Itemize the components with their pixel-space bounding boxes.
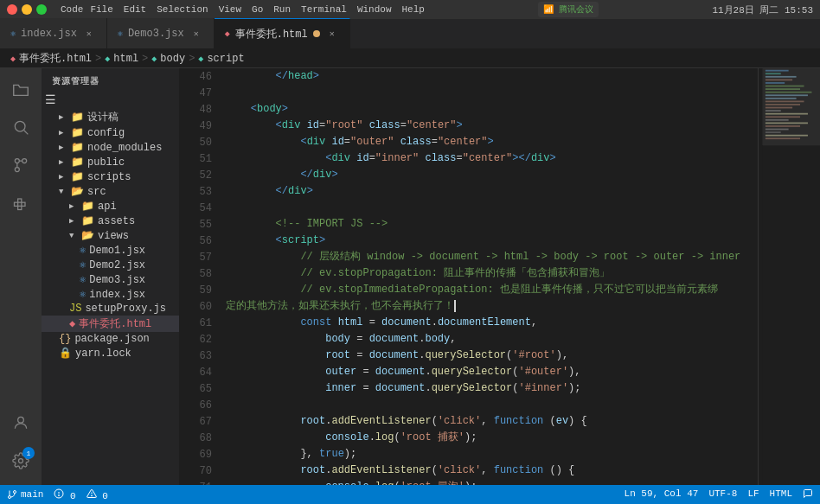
- sidebar-item-public[interactable]: ▶ 📁 public: [42, 155, 179, 169]
- titlebar-left: Code File Edit Selection View Go Run Ter…: [7, 4, 425, 15]
- sidebar-item-api[interactable]: ▶ 📁 api: [42, 199, 179, 214]
- sidebar-item-demo3[interactable]: ⚛ Demo3.jsx: [42, 272, 179, 287]
- activity-account[interactable]: [3, 405, 38, 440]
- menu-run[interactable]: Run: [273, 4, 291, 15]
- traffic-lights: [7, 4, 47, 15]
- sidebar-icon1[interactable]: ☰: [45, 93, 56, 107]
- sidebar-item-node-modules[interactable]: ▶ 📁 node_modules: [42, 140, 179, 155]
- maximize-button[interactable]: [36, 4, 47, 15]
- sidebar-item-package-json[interactable]: {} package.json: [42, 332, 179, 346]
- code-line-58: // ev.stopPropagation: 阻止事件的传播「包含捕获和冒泡」: [226, 265, 740, 282]
- status-cursor[interactable]: Ln 59, Col 47: [625, 488, 699, 501]
- line-num: 64: [183, 364, 212, 380]
- sidebar-item-assets[interactable]: ▶ 📁 assets: [42, 214, 179, 228]
- activity-settings[interactable]: 1: [3, 443, 38, 478]
- code-line-62: root = document.querySelector('#root'),: [226, 348, 740, 364]
- tab-label: Demo3.jsx: [128, 28, 184, 40]
- code-line-59: // ev.stopImmediatePropagation: 也是阻止事件传播…: [226, 282, 740, 315]
- activity-search[interactable]: [3, 110, 38, 144]
- tab-event-delegate[interactable]: ◆ 事件委托.html ✕: [215, 18, 350, 48]
- menu-go[interactable]: Go: [252, 4, 263, 15]
- status-feedback[interactable]: [803, 488, 813, 501]
- menu-selection[interactable]: Selection: [157, 4, 208, 15]
- sidebar-item-views[interactable]: ▼ 📂 views: [42, 228, 179, 243]
- warning-icon: [86, 488, 97, 499]
- folder-icon: 📁: [71, 126, 84, 139]
- svg-rect-35: [763, 68, 820, 145]
- code-line-51: <div id="inner" class="center"></div>: [226, 150, 740, 167]
- close-button[interactable]: [7, 4, 17, 15]
- svg-point-2: [15, 168, 19, 172]
- sidebar-item-scripts[interactable]: ▶ 📁 scripts: [42, 169, 179, 184]
- tab-index-jsx[interactable]: ⚛ index.jsx ✕: [0, 18, 107, 48]
- tab-close-index[interactable]: ✕: [82, 27, 96, 41]
- tree-arrow-icon: ▶: [69, 201, 78, 211]
- sidebar-item-setupproxy[interactable]: JS setupProxy.js: [42, 302, 179, 316]
- code-line-56: <script>: [226, 233, 740, 249]
- status-bar: main 0 0 Ln 59, Col 47 UTF-8 LF HTML: [0, 485, 820, 504]
- editor-area: 46 47 48 49 50 51 52 53 54 55 56 57 58 5…: [180, 68, 820, 485]
- folder-icon: 📁: [81, 200, 94, 213]
- line-num: 46: [183, 68, 212, 85]
- code-lines[interactable]: </head> <body> <div id="root" class="cen…: [219, 68, 758, 485]
- svg-line-1: [24, 131, 29, 135]
- code-line-65: [226, 397, 740, 413]
- tree-arrow-icon: ▶: [59, 128, 67, 137]
- menu-window[interactable]: Window: [357, 4, 392, 15]
- tab-close-event[interactable]: ✕: [325, 27, 339, 41]
- jsx-file-icon: ⚛: [80, 244, 86, 257]
- folder-icon: 📁: [81, 214, 94, 227]
- status-branch[interactable]: main: [7, 489, 43, 500]
- status-language[interactable]: HTML: [770, 488, 792, 501]
- status-line-ending[interactable]: LF: [747, 488, 759, 501]
- activity-explorer[interactable]: [3, 72, 38, 106]
- status-errors[interactable]: 0: [54, 488, 75, 501]
- sidebar-item-src[interactable]: ▼ 📂 src: [42, 184, 179, 199]
- breadcrumb-html: html: [113, 53, 138, 65]
- sidebar-label: package.json: [74, 333, 149, 345]
- line-num: 53: [183, 183, 212, 200]
- sidebar-label: 设计稿: [87, 110, 119, 124]
- activity-extensions[interactable]: [3, 186, 38, 220]
- code-line-61: body = document.body,: [226, 331, 740, 348]
- line-numbers: 46 47 48 49 50 51 52 53 54 55 56 57 58 5…: [180, 68, 219, 485]
- menu-edit[interactable]: Edit: [124, 4, 146, 15]
- tree-arrow-icon: ▶: [59, 143, 67, 152]
- line-num: 59: [183, 282, 212, 298]
- breadcrumb-html-icon: ◆: [10, 54, 16, 64]
- tab-demo3-jsx[interactable]: ⚛ Demo3.jsx ✕: [107, 18, 215, 48]
- line-num: 50: [183, 134, 212, 150]
- sidebar-item-config[interactable]: ▶ 📁 config: [42, 125, 179, 140]
- activity-bar: 1: [0, 68, 42, 485]
- sidebar-label: public: [87, 156, 125, 169]
- sidebar-label: api: [98, 201, 117, 213]
- status-warnings[interactable]: 0: [86, 488, 108, 501]
- sidebar-item-event-delegate[interactable]: ◆ 事件委托.html: [42, 316, 179, 332]
- sidebar-title: 资源管理器: [42, 68, 179, 91]
- breadcrumb-sep3: >: [189, 53, 195, 65]
- tab-label: 事件委托.html: [235, 27, 308, 41]
- tree-arrow-icon: ▶: [59, 112, 67, 122]
- tab-close-demo3[interactable]: ✕: [189, 27, 203, 41]
- svg-point-43: [91, 495, 92, 496]
- svg-point-3: [22, 159, 27, 163]
- menu-help[interactable]: Help: [401, 4, 424, 15]
- sidebar-item-index-jsx[interactable]: ⚛ index.jsx: [42, 287, 179, 302]
- sidebar-label: Demo2.jsx: [89, 259, 145, 271]
- sidebar-item-demo1[interactable]: ⚛ Demo1.jsx: [42, 243, 179, 258]
- titlebar-right: 11月28日 周二 15:53: [712, 3, 813, 16]
- menu-view[interactable]: View: [219, 4, 241, 15]
- editor-content[interactable]: 46 47 48 49 50 51 52 53 54 55 56 57 58 5…: [180, 68, 820, 485]
- sidebar-item-designs[interactable]: ▶ 📁 设计稿: [42, 109, 179, 125]
- lock-file-icon: 🔒: [59, 347, 72, 360]
- menu-file[interactable]: File: [90, 4, 112, 15]
- sidebar-item-demo2[interactable]: ⚛ Demo2.jsx: [42, 258, 179, 272]
- activity-source-control[interactable]: [3, 148, 38, 182]
- minimize-button[interactable]: [22, 4, 32, 15]
- folder-icon: 📁: [71, 170, 84, 183]
- sidebar-item-yarn-lock[interactable]: 🔒 yarn.lock: [42, 346, 179, 360]
- menu-terminal[interactable]: Terminal: [301, 4, 347, 15]
- status-encoding[interactable]: UTF-8: [708, 488, 737, 501]
- jsx-icon: ⚛: [10, 29, 16, 39]
- sidebar-label: assets: [98, 215, 135, 227]
